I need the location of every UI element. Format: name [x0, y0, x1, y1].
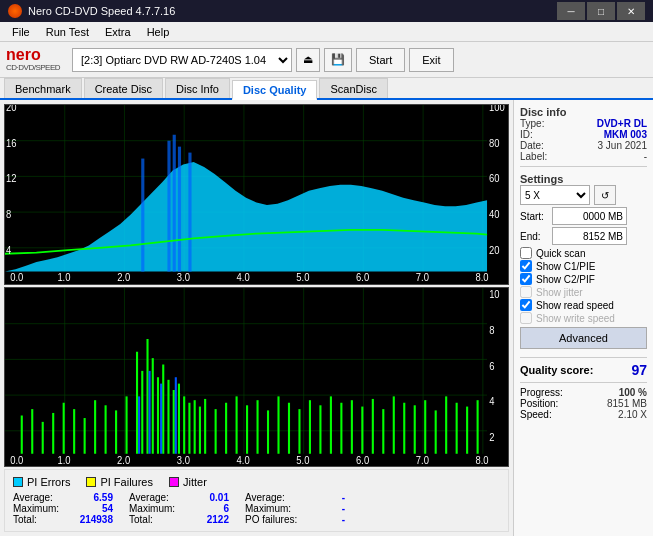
logo-nero: nero: [6, 47, 60, 63]
menu-extra[interactable]: Extra: [97, 24, 139, 40]
svg-rect-65: [152, 358, 154, 454]
quick-scan-checkbox[interactable]: [520, 247, 532, 259]
svg-rect-59: [105, 405, 107, 453]
type-label: Type:: [520, 118, 544, 129]
svg-text:0.0: 0.0: [10, 453, 23, 466]
exit-button[interactable]: Exit: [409, 48, 453, 72]
pif-chart-container: 10 8 6 4 2 0.0 1.0 2.0 3.0 4.0 5.0 6.0 7…: [4, 287, 509, 468]
svg-rect-73: [194, 400, 196, 454]
svg-text:20: 20: [6, 105, 17, 113]
svg-text:6.0: 6.0: [356, 272, 369, 284]
svg-rect-69: [173, 390, 175, 454]
svg-text:2: 2: [489, 430, 494, 443]
show-read-speed-label[interactable]: Show read speed: [536, 300, 614, 311]
svg-text:40: 40: [489, 208, 500, 220]
svg-text:4: 4: [6, 244, 12, 256]
advanced-button[interactable]: Advanced: [520, 327, 647, 349]
show-c2pif-checkbox[interactable]: [520, 273, 532, 285]
show-c2-pif-row: Show C2/PIF: [520, 273, 647, 285]
toolbar: nero CD·DVD/SPEED [2:3] Optiarc DVD RW A…: [0, 42, 653, 78]
svg-rect-100: [466, 406, 468, 453]
svg-rect-62: [136, 351, 138, 453]
show-read-speed-checkbox[interactable]: [520, 299, 532, 311]
quick-scan-label[interactable]: Quick scan: [536, 248, 585, 259]
app-title: Nero CD-DVD Speed 4.7.7.16: [28, 5, 175, 17]
jitter-color: [169, 477, 179, 487]
svg-rect-86: [319, 405, 321, 453]
svg-rect-102: [138, 396, 140, 453]
svg-rect-99: [456, 402, 458, 453]
svg-rect-60: [115, 410, 117, 453]
svg-rect-52: [31, 409, 33, 454]
menu-help[interactable]: Help: [139, 24, 178, 40]
eject-button[interactable]: ⏏: [296, 48, 320, 72]
legend-pi-errors: PI Errors: [13, 476, 70, 488]
svg-text:7.0: 7.0: [416, 453, 429, 466]
maximize-button[interactable]: □: [587, 2, 615, 20]
end-row: End:: [520, 227, 647, 245]
start-field[interactable]: [552, 207, 627, 225]
position-row: Position: 8151 MB: [520, 398, 647, 409]
settings-refresh-button[interactable]: ↺: [594, 185, 616, 205]
svg-rect-72: [188, 402, 190, 453]
svg-rect-67: [162, 364, 164, 453]
tab-benchmark[interactable]: Benchmark: [4, 78, 82, 98]
end-field[interactable]: [552, 227, 627, 245]
tab-disc-quality[interactable]: Disc Quality: [232, 80, 318, 100]
tab-disc-info[interactable]: Disc Info: [165, 78, 230, 98]
save-button[interactable]: 💾: [324, 48, 352, 72]
chart-area: 100 80 60 40 20 20 16 12 8 4 0.0 1.0 2.0…: [0, 100, 513, 536]
show-c1-pie-row: Show C1/PIE: [520, 260, 647, 272]
svg-rect-89: [351, 400, 353, 454]
speed-select[interactable]: 5 X 4 X 2 X Max: [520, 185, 590, 205]
jitter-stats: Average: - Maximum: - PO failures: -: [245, 492, 345, 525]
date-label: Date:: [520, 140, 544, 151]
svg-rect-76: [215, 409, 217, 454]
svg-text:2.0: 2.0: [117, 272, 130, 284]
speed-row-progress: Speed: 2.10 X: [520, 409, 647, 420]
type-value: DVD+R DL: [597, 118, 647, 129]
svg-rect-83: [288, 402, 290, 453]
progress-section: Progress: 100 % Position: 8151 MB Speed:…: [520, 382, 647, 420]
menu-file[interactable]: File: [4, 24, 38, 40]
svg-text:10: 10: [489, 288, 500, 300]
tab-create-disc[interactable]: Create Disc: [84, 78, 163, 98]
pif-chart-svg: 10 8 6 4 2 0.0 1.0 2.0 3.0 4.0 5.0 6.0 7…: [5, 288, 508, 467]
show-write-speed-checkbox: [520, 312, 532, 324]
show-c1pie-checkbox[interactable]: [520, 260, 532, 272]
avg-label-pif: Average:: [129, 492, 169, 503]
svg-rect-80: [257, 400, 259, 454]
tab-scan-disc[interactable]: ScanDisc: [319, 78, 387, 98]
position-value: 8151 MB: [607, 398, 647, 409]
avg-value-pie: 6.59: [94, 492, 113, 503]
menu-run-test[interactable]: Run Test: [38, 24, 97, 40]
svg-rect-84: [298, 409, 300, 454]
minimize-button[interactable]: ─: [557, 2, 585, 20]
svg-text:4: 4: [489, 394, 494, 407]
svg-text:1.0: 1.0: [57, 453, 70, 466]
svg-text:6.0: 6.0: [356, 453, 369, 466]
svg-rect-15: [167, 141, 170, 272]
svg-rect-79: [246, 405, 248, 453]
legend-pi-failures: PI Failures: [86, 476, 153, 488]
show-c1pie-label[interactable]: Show C1/PIE: [536, 261, 595, 272]
start-row: Start:: [520, 207, 647, 225]
svg-rect-55: [63, 402, 65, 453]
drive-selector[interactable]: [2:3] Optiarc DVD RW AD-7240S 1.04: [72, 48, 292, 72]
svg-text:6: 6: [489, 358, 494, 371]
speed-value: 2.10 X: [618, 409, 647, 420]
show-c2pif-label[interactable]: Show C2/PIF: [536, 274, 595, 285]
start-button[interactable]: Start: [356, 48, 405, 72]
pi-failures-color: [86, 477, 96, 487]
svg-text:5.0: 5.0: [296, 453, 309, 466]
progress-label: Progress:: [520, 387, 563, 398]
svg-rect-71: [183, 396, 185, 453]
id-label: ID:: [520, 129, 533, 140]
show-write-speed-label: Show write speed: [536, 313, 615, 324]
label-value: -: [644, 151, 647, 162]
quality-score-value: 97: [631, 362, 647, 378]
close-button[interactable]: ✕: [617, 2, 645, 20]
label-label: Label:: [520, 151, 547, 162]
svg-text:0.0: 0.0: [10, 272, 23, 284]
svg-text:4.0: 4.0: [237, 272, 250, 284]
